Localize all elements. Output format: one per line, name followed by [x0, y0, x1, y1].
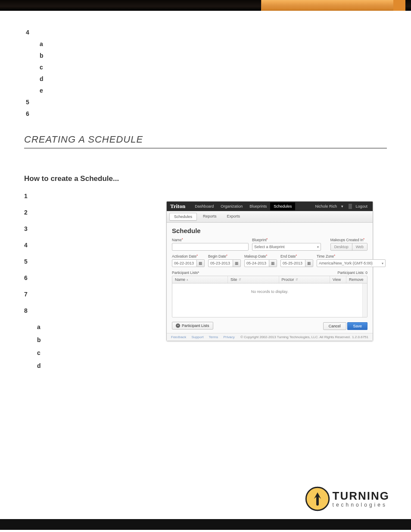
end-date-label: End Date* [280, 254, 313, 258]
footer-support[interactable]: Support [191, 335, 203, 339]
col-name[interactable]: Name▴ [172, 276, 228, 283]
blueprint-label: Blueprint* [252, 238, 327, 242]
app-footer: Feedback Support Terms Privacy © Copyrig… [167, 333, 373, 341]
howto-heading: How to create a Schedule... [24, 174, 387, 183]
calendar-icon[interactable]: ▦ [305, 259, 313, 267]
logo-text-sub: technologies [333, 502, 389, 507]
nav-dashboard[interactable]: Dashboard [191, 202, 217, 210]
save-button[interactable]: Save [347, 322, 367, 330]
calendar-icon[interactable]: ▦ [269, 259, 277, 267]
step-number: 3 [24, 225, 35, 232]
section-title: CREATING A SCHEDULE [24, 134, 387, 149]
sub-nav: Schedules Reports Exports [167, 211, 373, 223]
step-number: 6 [24, 274, 35, 281]
makeup-date-label: Makeup Date* [244, 254, 277, 258]
list-number: 6 [24, 109, 37, 118]
nav-blueprints[interactable]: Blueprints [246, 202, 270, 210]
list-letter: b [38, 51, 49, 60]
list-letter: d [38, 75, 49, 84]
user-menu[interactable]: Nichole Rich ▾ [311, 204, 347, 208]
list-number: 4 [24, 28, 37, 37]
footer-feedback[interactable]: Feedback [171, 335, 186, 339]
app-screenshot: Triton Dashboard Organization Blueprints… [166, 201, 373, 341]
participant-lists-count: Participant Lists: 0 [338, 271, 367, 275]
main-nav: Dashboard Organization Blueprints Schedu… [191, 202, 295, 210]
col-proctor[interactable]: Proctor⇵ [279, 276, 330, 283]
name-input[interactable] [172, 243, 249, 251]
add-participant-lists-button[interactable]: + Participant Lists [172, 322, 213, 330]
footer-version: 1.2.0.6751 [352, 335, 368, 339]
footer-terms[interactable]: Terms [209, 335, 218, 339]
top-band [0, 0, 411, 11]
nav-schedules[interactable]: Schedules [270, 202, 295, 210]
upper-numbered-list: 4 a b c d e 5 6 [24, 28, 387, 118]
subnav-reports[interactable]: Reports [199, 213, 221, 221]
makeups-label: Makeups Created In* [330, 238, 367, 242]
col-remove: Remove [346, 276, 367, 283]
footer-copyright: © Copyright 2002-2013 Turning Technologi… [240, 335, 351, 339]
app-brand: Triton [170, 203, 185, 210]
calendar-icon[interactable]: ▦ [197, 259, 205, 267]
cancel-button[interactable]: Cancel [323, 322, 346, 330]
makeup-date-input[interactable]: 05-24-2013▦ [244, 259, 277, 267]
step-number: 5 [24, 258, 35, 265]
begin-date-input[interactable]: 05-23-2013▦ [208, 259, 241, 267]
col-site[interactable]: Site⇵ [228, 276, 279, 283]
chevron-down-icon: ▾ [339, 204, 345, 208]
app-topbar: Triton Dashboard Organization Blueprints… [167, 202, 373, 211]
substep-letter: c [37, 349, 47, 356]
nav-organization[interactable]: Organization [217, 202, 246, 210]
logout-link[interactable]: Logout [354, 204, 369, 208]
panel-title: Schedule [172, 227, 367, 234]
bottom-band [0, 519, 411, 530]
activation-date-input[interactable]: 06-22-2013▦ [172, 259, 205, 267]
turning-logo-icon [305, 486, 330, 511]
activation-date-label: Activation Date* [172, 254, 205, 258]
subnav-exports[interactable]: Exports [223, 213, 245, 221]
col-view: View [330, 276, 346, 283]
sort-icon: ⇵ [239, 278, 241, 281]
participant-lists-label: Participant Lists* [172, 271, 199, 275]
substep-letter: d [37, 362, 47, 369]
blueprint-select[interactable]: Select a Blueprint [252, 243, 321, 251]
list-number: 5 [24, 98, 37, 107]
scroll-up-icon[interactable]: ▴ [365, 284, 367, 287]
page-body: 4 a b c d e 5 6 CREATING A SCHEDULE How … [0, 11, 411, 519]
separator [349, 204, 352, 209]
step-number: 8 [24, 307, 35, 314]
list-letter: a [38, 40, 49, 49]
logo-text-main: TURNING [333, 490, 389, 501]
substep-letter: b [37, 336, 47, 343]
substep-letter: a [37, 324, 47, 330]
step-number: 4 [24, 242, 35, 249]
sort-icon: ▴ [187, 278, 188, 281]
participant-grid: Name▴ Site⇵ Proctor⇵ View Remove No reco… [172, 276, 367, 317]
steps-list: 1 2 3 4 5 6 7 8 a b c d [24, 193, 162, 369]
step-number: 2 [24, 209, 35, 216]
footer-privacy[interactable]: Privacy [224, 335, 235, 339]
scroll-down-icon[interactable]: ▾ [365, 313, 367, 317]
list-letter: c [38, 63, 49, 72]
step-number: 1 [24, 193, 35, 199]
calendar-icon[interactable]: ▦ [233, 259, 241, 267]
timezone-select[interactable]: America/New_York (GMT-5:00) [317, 259, 386, 267]
grid-empty: No records to display. ▴ ▾ [172, 283, 367, 317]
list-letter: e [38, 86, 49, 95]
seg-web[interactable]: Web [352, 243, 367, 250]
step-number: 7 [24, 291, 35, 298]
begin-date-label: Begin Date* [208, 254, 241, 258]
makeups-segmented[interactable]: Desktop Web [330, 243, 367, 251]
seg-desktop[interactable]: Desktop [331, 243, 352, 250]
timezone-label: Time Zone* [317, 254, 386, 258]
subnav-schedules[interactable]: Schedules [169, 213, 197, 221]
plus-icon: + [176, 324, 180, 328]
company-logo: TURNING technologies [305, 486, 389, 511]
sort-icon: ⇵ [296, 278, 298, 281]
name-label: Name* [172, 238, 249, 242]
end-date-input[interactable]: 05-25-2013▦ [280, 259, 313, 267]
